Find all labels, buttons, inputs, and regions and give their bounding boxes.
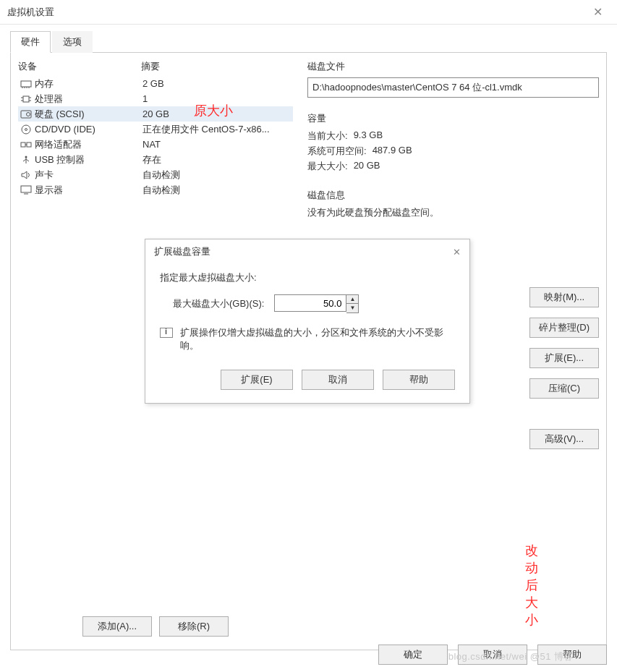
device-summary: 存在 <box>142 153 292 166</box>
btn-label: 扩展(E)... <box>545 352 584 363</box>
svg-point-12 <box>22 125 30 134</box>
btn-label: 添加(A)... <box>98 621 137 631</box>
device-row-disk[interactable]: 硬盘 (SCSI) 20 GB <box>18 106 293 122</box>
help-button[interactable]: 帮助 <box>537 645 607 665</box>
device-row-cd[interactable]: CD/DVD (IDE) 正在使用文件 CentOS-7-x86... <box>18 122 293 137</box>
capacity-title: 容量 <box>307 112 599 125</box>
svg-rect-15 <box>27 143 31 147</box>
annotation-original-size: 原大小 <box>194 102 233 119</box>
label: 最大大小: <box>307 160 348 173</box>
compress-button[interactable]: 压缩(C) <box>529 378 599 399</box>
header-device: 设备 <box>18 60 141 73</box>
capacity-box: 当前大小: 9.3 GB 系统可用空间: 487.9 GB 最大大小: 20 G… <box>307 129 599 173</box>
expand-dialog-buttons: 扩展(E) 取消 帮助 <box>160 370 455 390</box>
device-row-memory[interactable]: 内存 2 GB <box>18 76 293 91</box>
capacity-current: 当前大小: 9.3 GB <box>307 129 599 143</box>
label: 当前大小: <box>307 129 348 143</box>
btn-label: 映射(M)... <box>544 292 584 302</box>
device-name: CD/DVD (IDE) <box>35 124 142 135</box>
info-icon <box>160 328 173 338</box>
btn-label: 确定 <box>404 649 422 660</box>
disk-file-title: 磁盘文件 <box>307 60 599 73</box>
device-row-cpu[interactable]: 处理器 1 <box>18 91 293 106</box>
svg-rect-0 <box>21 81 31 87</box>
tab-hardware[interactable]: 硬件 <box>10 31 51 53</box>
dialog-note: 扩展操作仅增大虚拟磁盘的大小，分区和文件系统的大小不受影响。 <box>180 326 455 352</box>
dialog-title: 扩展磁盘容量 <box>154 245 210 258</box>
remove-button[interactable]: 移除(R) <box>159 616 229 637</box>
dialog-cancel-button[interactable]: 取消 <box>302 370 374 390</box>
device-name: 显示器 <box>35 184 142 197</box>
btn-label: 帮助 <box>409 374 428 385</box>
svg-rect-5 <box>23 96 29 102</box>
advanced-button[interactable]: 高级(V)... <box>529 429 599 449</box>
device-row-sound[interactable]: 声卡 自动检测 <box>18 167 293 182</box>
header-summary: 摘要 <box>141 60 293 73</box>
spinner-buttons[interactable]: ▲ ▼ <box>346 294 359 313</box>
svg-marker-21 <box>22 171 27 179</box>
btn-label: 扩展(E) <box>241 374 272 385</box>
device-row-usb[interactable]: USB 控制器 存在 <box>18 152 293 167</box>
usb-icon <box>20 155 33 165</box>
close-icon[interactable]: ✕ <box>453 247 461 258</box>
size-spinner[interactable]: ▲ ▼ <box>274 294 359 313</box>
svg-rect-22 <box>21 186 31 192</box>
dialog-help-button[interactable]: 帮助 <box>383 370 455 390</box>
size-row: 最大磁盘大小(GB)(S): ▲ ▼ <box>160 294 455 313</box>
add-button[interactable]: 添加(A)... <box>82 616 152 637</box>
svg-point-13 <box>25 128 27 130</box>
device-row-display[interactable]: 显示器 自动检测 <box>18 182 293 197</box>
cpu-icon <box>20 94 33 104</box>
tab-label: 选项 <box>63 36 82 47</box>
spin-down-icon[interactable]: ▼ <box>346 304 358 312</box>
device-summary: 正在使用文件 CentOS-7-x86... <box>142 123 292 136</box>
device-summary: NAT <box>142 139 292 150</box>
dialog-expand-button[interactable]: 扩展(E) <box>221 370 293 390</box>
expand-button[interactable]: 扩展(E)... <box>529 348 599 368</box>
cancel-button[interactable]: 取消 <box>458 645 527 665</box>
close-icon[interactable]: ✕ <box>586 2 610 22</box>
titlebar: 虚拟机设置 ✕ <box>0 0 617 25</box>
ok-button[interactable]: 确定 <box>378 645 448 665</box>
expand-dialog: 扩展磁盘容量 ✕ 指定最大虚拟磁盘大小: 最大磁盘大小(GB)(S): ▲ ▼ … <box>145 239 470 404</box>
value: 487.9 GB <box>373 145 412 158</box>
btn-label: 帮助 <box>563 649 582 660</box>
size-input[interactable] <box>274 294 346 312</box>
btn-label: 压缩(C) <box>548 383 580 394</box>
device-name: 声卡 <box>35 169 142 182</box>
annotation-after-change: 改动后大小 <box>525 542 538 629</box>
device-header: 设备 摘要 <box>18 59 293 76</box>
disk-file-path: D:\hadoopnodes\master\CentOS 7 64 位-cl1.… <box>312 82 522 93</box>
btn-label: 取消 <box>328 374 347 385</box>
expand-dialog-body: 指定最大虚拟磁盘大小: 最大磁盘大小(GB)(S): ▲ ▼ 改动后大小 扩展操… <box>145 264 469 403</box>
device-buttons: 添加(A)... 移除(R) <box>18 616 293 644</box>
device-row-network[interactable]: 网络适配器 NAT <box>18 137 293 152</box>
svg-rect-14 <box>21 143 25 147</box>
disk-info-title: 磁盘信息 <box>307 189 599 202</box>
btn-label: 取消 <box>483 649 502 660</box>
dialog-footer: 确定 取消 帮助 <box>378 645 607 665</box>
btn-label: 碎片整理(D) <box>539 322 590 333</box>
cd-icon <box>20 124 33 135</box>
value: 20 GB <box>354 160 380 173</box>
expand-dialog-titlebar: 扩展磁盘容量 ✕ <box>145 239 469 264</box>
size-label: 最大磁盘大小(GB)(S): <box>173 297 264 310</box>
device-summary: 自动检测 <box>142 169 292 182</box>
device-summary: 2 GB <box>142 78 292 89</box>
device-name: USB 控制器 <box>35 153 142 166</box>
svg-point-11 <box>27 112 30 116</box>
spin-up-icon[interactable]: ▲ <box>346 295 358 304</box>
map-button[interactable]: 映射(M)... <box>529 287 599 307</box>
memory-icon <box>20 79 33 89</box>
value: 9.3 GB <box>354 129 383 143</box>
btn-label: 移除(R) <box>178 621 210 631</box>
tab-options[interactable]: 选项 <box>52 31 93 53</box>
device-name: 处理器 <box>35 93 142 106</box>
disk-file-field[interactable]: D:\hadoopnodes\master\CentOS 7 64 位-cl1.… <box>307 77 599 98</box>
defrag-button[interactable]: 碎片整理(D) <box>529 318 599 338</box>
device-name: 硬盘 (SCSI) <box>35 108 142 121</box>
dialog-note-row: 扩展操作仅增大虚拟磁盘的大小，分区和文件系统的大小不受影响。 <box>160 326 455 352</box>
disk-icon <box>20 109 33 119</box>
window-title: 虚拟机设置 <box>7 6 54 19</box>
disk-info-line: 没有为此硬盘预分配磁盘空间。 <box>307 207 439 218</box>
